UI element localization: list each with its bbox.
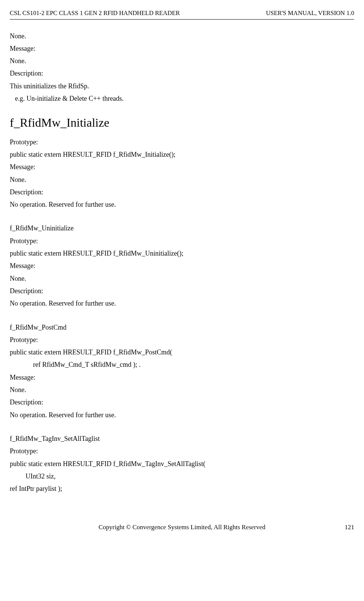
function-heading: f_RfidMw_Initialize [10, 115, 354, 130]
text-line: ref IntPtr parylist ); [10, 483, 354, 495]
page-header: CSL CS101-2 EPC CLASS 1 GEN 2 RFID HANDH… [10, 8, 354, 20]
text-line: Message: [10, 161, 354, 173]
text-line: e.g. Un-initialize & Delete C++ threads. [10, 92, 354, 105]
text-line: Message: [10, 260, 354, 272]
text-line: None. [10, 30, 354, 42]
text-line: Prototype: [10, 334, 354, 346]
header-left: CSL CS101-2 EPC CLASS 1 GEN 2 RFID HANDH… [10, 8, 180, 19]
text-line: public static extern HRESULT_RFID f_Rfid… [10, 148, 354, 161]
text-line: UInt32 siz, [10, 470, 354, 483]
text-line: f_RfidMw_PostCmd [10, 321, 354, 334]
text-line: None. [10, 174, 354, 186]
text-line: Prototype: [10, 235, 354, 247]
text-line: f_RfidMw_Uninitialize [10, 222, 354, 235]
section-5: f_RfidMw_TagInv_SetAllTaglist Prototype:… [10, 433, 354, 495]
section-4: f_RfidMw_PostCmd Prototype: public stati… [10, 321, 354, 421]
text-line: public static extern HRESULT_RFID f_Rfid… [10, 458, 354, 470]
text-line: f_RfidMw_TagInv_SetAllTaglist [10, 433, 354, 445]
text-line: None. [10, 272, 354, 285]
text-line: Message: [10, 371, 354, 384]
text-line: Description: [10, 67, 354, 80]
text-line: Description: [10, 285, 354, 297]
section-3: f_RfidMw_Uninitialize Prototype: public … [10, 222, 354, 310]
text-line: Prototype: [10, 445, 354, 457]
page-footer: Copyright © Convergence Systems Limited,… [10, 521, 354, 533]
text-line: No operation. Reserved for further use. [10, 297, 354, 310]
text-line: ref RfidMw_Cmd_T sRfidMw_cmd ); . [10, 359, 354, 371]
copyright-text: Copyright © Convergence Systems Limited,… [98, 524, 265, 531]
section-1: None. Message: None. Description: This u… [10, 30, 354, 105]
text-line: None. [10, 55, 354, 67]
text-line: public static extern HRESULT_RFID f_Rfid… [10, 247, 354, 260]
text-line: public static extern HRESULT_RFID f_Rfid… [10, 346, 354, 359]
text-line: No operation. Reserved for further use. [10, 409, 354, 421]
text-line: This uninitializes the RfidSp. [10, 80, 354, 92]
text-line: Message: [10, 42, 354, 55]
text-line: Description: [10, 186, 354, 198]
text-line: None. [10, 384, 354, 396]
page-number: 121 [345, 521, 355, 533]
header-right: USER'S MANUAL, VERSION 1.0 [266, 8, 354, 19]
text-line: Description: [10, 396, 354, 409]
text-line: Prototype: [10, 136, 354, 148]
section-2: Prototype: public static extern HRESULT_… [10, 136, 354, 211]
text-line: No operation. Reserved for further use. [10, 198, 354, 211]
